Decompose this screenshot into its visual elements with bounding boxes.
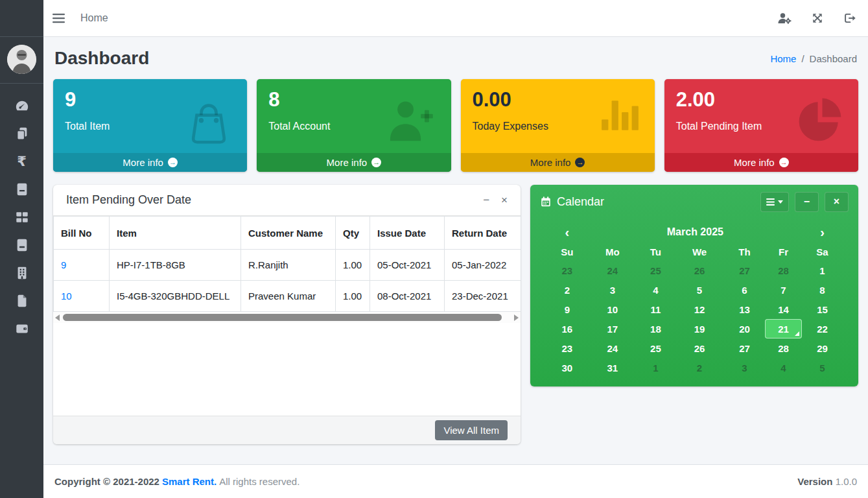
page-footer: Copyright © 2021-2022Smart Rent.All righ… xyxy=(43,464,868,498)
more-info-link[interactable]: More info → xyxy=(53,153,247,172)
calendar-minimize-button[interactable]: − xyxy=(795,192,819,212)
calendar-day[interactable]: 28 xyxy=(765,338,802,358)
calendar-day[interactable]: 18 xyxy=(637,319,675,338)
calendar-day[interactable]: 19 xyxy=(675,319,724,338)
version-label: Version xyxy=(797,476,832,487)
calendar-day[interactable]: 3 xyxy=(724,358,765,377)
sidebar-item-book[interactable] xyxy=(0,175,43,203)
table-row: 9HP-I7-1TB-8GBR.Ranjith1.0005-Oct-202105… xyxy=(54,250,521,281)
calendar-day-today[interactable]: 21 xyxy=(765,319,802,338)
calendar-day[interactable]: 24 xyxy=(589,338,637,358)
calendar-day[interactable]: 7 xyxy=(765,280,802,300)
close-icon[interactable]: × xyxy=(501,195,508,206)
column-header: Issue Date xyxy=(370,217,445,250)
calendar-day[interactable]: 2 xyxy=(546,280,589,300)
calendar-day[interactable]: 9 xyxy=(546,300,589,319)
sidebar-item-ledger[interactable] xyxy=(0,231,43,259)
scrollbar-thumb[interactable] xyxy=(63,314,502,321)
more-info-link[interactable]: More info → xyxy=(257,153,451,172)
page-title: Dashboard xyxy=(54,48,149,69)
calendar-day[interactable]: 10 xyxy=(589,300,637,319)
calendar-close-button[interactable]: × xyxy=(825,192,849,212)
calendar-day[interactable]: 4 xyxy=(637,280,675,300)
calendar-day[interactable]: 5 xyxy=(675,280,724,300)
version-value: 1.0.0 xyxy=(836,476,857,487)
table-cell: HP-I7-1TB-8GB xyxy=(110,250,241,281)
calendar-day[interactable]: 23 xyxy=(546,338,589,358)
calendar-day[interactable]: 22 xyxy=(802,319,843,338)
nav-home-link[interactable]: Home xyxy=(80,12,108,24)
calendar-day[interactable]: 20 xyxy=(724,319,765,338)
calendar-day[interactable]: 30 xyxy=(546,358,589,377)
calendar-day[interactable]: 27 xyxy=(724,261,765,280)
calendar-day[interactable]: 26 xyxy=(675,261,724,280)
calendar-day[interactable]: 12 xyxy=(675,300,724,319)
sidebar-item-wallet[interactable] xyxy=(0,314,43,342)
sidebar-item-building[interactable] xyxy=(0,259,43,287)
more-info-link[interactable]: More info → xyxy=(664,153,858,172)
calendar-prev-button[interactable]: ‹ xyxy=(546,221,589,243)
sidebar-item-grid[interactable] xyxy=(0,203,43,231)
footer-copyright: Copyright © 2021-2022 xyxy=(54,476,159,487)
calendar-day[interactable]: 16 xyxy=(546,319,589,338)
day-of-week: Su xyxy=(546,243,589,261)
user-cog-icon[interactable] xyxy=(777,12,792,25)
more-info-label: More info xyxy=(123,157,163,168)
logout-icon[interactable] xyxy=(843,12,856,25)
pending-card-footer: View All Item xyxy=(53,416,521,444)
view-all-item-button[interactable]: View All Item xyxy=(435,420,508,440)
calendar-body: ‹ March 2025 › Su Mo Tu We Th xyxy=(530,219,858,386)
breadcrumb-home-link[interactable]: Home xyxy=(770,53,796,64)
info-box-today-expenses: 0.00 Today Expenses More info → xyxy=(461,79,655,172)
sidebar-item-dashboard[interactable] xyxy=(0,91,43,119)
calendar-day[interactable]: 6 xyxy=(724,280,765,300)
calendar-day[interactable]: 25 xyxy=(637,261,675,280)
calendar-day[interactable]: 1 xyxy=(802,261,843,280)
table-cell: 1.00 xyxy=(336,281,370,312)
bill-no-link[interactable]: 9 xyxy=(61,259,66,270)
more-info-link[interactable]: More info → xyxy=(461,153,655,172)
footer-rights: All rights reserved. xyxy=(219,476,299,487)
bill-no-link[interactable]: 10 xyxy=(61,290,72,302)
calendar-day[interactable]: 8 xyxy=(802,280,843,300)
pending-card-header: Item Pending Over Date − × xyxy=(53,185,521,216)
sidebar-item-rupee[interactable]: ₹ xyxy=(0,147,43,175)
calendar-day[interactable]: 15 xyxy=(802,300,843,319)
top-navbar: Home xyxy=(43,0,868,37)
calendar-card: Calendar − × xyxy=(530,185,858,386)
calendar-day[interactable]: 14 xyxy=(765,300,802,319)
calendar-day[interactable]: 29 xyxy=(802,338,843,358)
scroll-left-arrow[interactable] xyxy=(55,314,60,321)
calendar-day[interactable]: 26 xyxy=(675,338,724,358)
sidebar-item-file[interactable] xyxy=(0,287,43,314)
calendar-menu-button[interactable] xyxy=(760,192,789,212)
calendar-day[interactable]: 5 xyxy=(802,358,843,377)
calendar-day[interactable]: 28 xyxy=(765,261,802,280)
caret-down-icon xyxy=(778,200,783,204)
hamburger-menu-icon[interactable] xyxy=(53,13,65,23)
calendar-day[interactable]: 23 xyxy=(546,261,589,280)
sidebar-item-copy[interactable] xyxy=(0,119,43,147)
calendar-day[interactable]: 1 xyxy=(637,358,675,377)
arrow-circle-icon: → xyxy=(575,158,585,167)
footer-brand-link[interactable]: Smart Rent. xyxy=(162,476,217,487)
calendar-day[interactable]: 13 xyxy=(724,300,765,319)
horizontal-scrollbar[interactable] xyxy=(53,312,521,323)
calendar-day[interactable]: 27 xyxy=(724,338,765,358)
calendar-day[interactable]: 25 xyxy=(637,338,675,358)
calendar-next-button[interactable]: › xyxy=(802,221,843,243)
calendar-day[interactable]: 4 xyxy=(765,358,802,377)
more-info-label: More info xyxy=(734,157,775,168)
fullscreen-icon[interactable] xyxy=(811,12,824,25)
bill-no-cell: 9 xyxy=(54,250,110,281)
scroll-right-arrow[interactable] xyxy=(514,314,519,321)
minimize-icon[interactable]: − xyxy=(483,195,489,206)
calendar-day[interactable]: 2 xyxy=(675,358,724,377)
calendar-day[interactable]: 3 xyxy=(589,280,637,300)
menu-bars-icon xyxy=(766,198,775,206)
calendar-day[interactable]: 17 xyxy=(589,319,637,338)
calendar-day[interactable]: 11 xyxy=(637,300,675,319)
avatar[interactable] xyxy=(7,45,36,74)
calendar-day[interactable]: 31 xyxy=(589,358,637,377)
calendar-day[interactable]: 24 xyxy=(589,261,637,280)
